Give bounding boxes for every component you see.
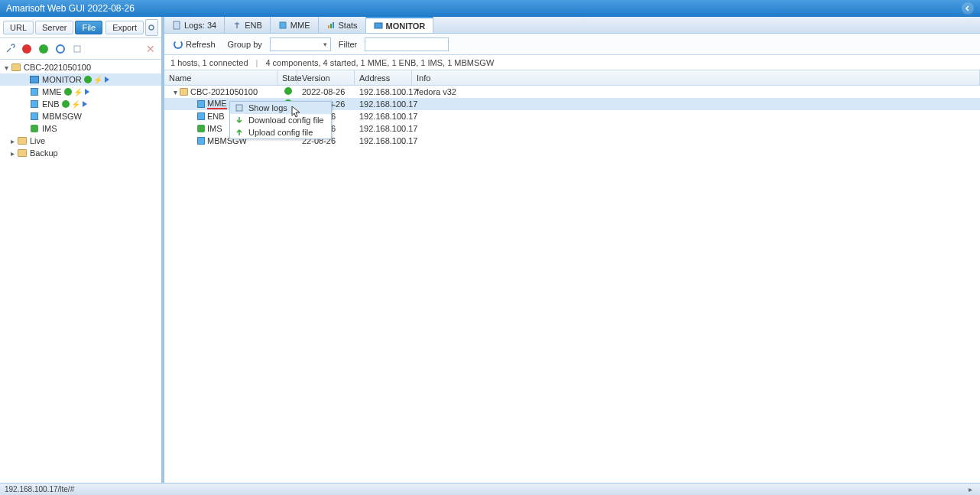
col-version[interactable]: Version: [297, 70, 355, 85]
tree-backup[interactable]: ▸ Backup: [0, 147, 161, 159]
bolt-icon: ⚡: [71, 100, 80, 109]
close-icon[interactable]: ✕: [143, 43, 158, 55]
wrench-icon[interactable]: [3, 42, 17, 56]
status-components: 4 components, 4 started, 1 MME, 1 ENB, 1…: [265, 58, 494, 67]
col-info[interactable]: Info: [412, 70, 980, 85]
row-address: 192.168.100.17: [355, 112, 412, 121]
groupby-label: Group by: [228, 40, 262, 49]
tab-bar: Logs: 34 ENB MME Stats MONITOR: [164, 17, 980, 34]
left-pane: URL Server File Export ✕ ▾: [0, 17, 164, 483]
chevron-down-icon[interactable]: ▾: [170, 88, 180, 96]
tab-monitor[interactable]: MONITOR: [366, 17, 434, 33]
start-icon[interactable]: [37, 42, 50, 56]
monitor-icon: [374, 21, 383, 31]
tree-live[interactable]: ▸ Live: [0, 135, 161, 147]
svg-rect-5: [330, 24, 332, 28]
download-icon: [235, 116, 244, 125]
config-icon[interactable]: [70, 42, 84, 56]
tab-stats-label: Stats: [339, 21, 358, 30]
phone-icon: [29, 124, 40, 133]
url-button[interactable]: URL: [3, 21, 34, 34]
chevron-right-icon[interactable]: ▸: [969, 485, 975, 493]
right-toolbar: Refresh Group by ▾ Filter: [164, 34, 980, 55]
svg-rect-6: [333, 22, 334, 28]
tree-backup-label: Backup: [30, 148, 58, 158]
monitor-icon: [29, 75, 40, 84]
svg-rect-1: [74, 46, 80, 52]
statusbar-text: 192.168.100.17/lte/#: [5, 485, 74, 493]
tab-mme[interactable]: MME: [271, 17, 319, 33]
tree-ims[interactable]: IMS: [0, 122, 161, 135]
tab-logs-label: Logs: 34: [184, 21, 216, 30]
ctx-download[interactable]: Download config file: [230, 114, 331, 126]
tree-enb[interactable]: ENB ⚡: [0, 98, 161, 110]
ctx-upload[interactable]: Upload config file: [230, 126, 331, 138]
groupby-combo[interactable]: ▾: [270, 37, 331, 51]
row-name-label: CBC-2021050100: [190, 87, 258, 96]
export-button[interactable]: Export: [105, 21, 144, 34]
refresh-all-icon[interactable]: [54, 42, 67, 56]
left-toolbar-1: URL Server File Export: [0, 17, 161, 38]
col-name[interactable]: Name: [164, 70, 277, 85]
stop-icon[interactable]: [20, 42, 34, 56]
logs-icon: [235, 103, 244, 112]
grid-header: Name State Version Address Info: [164, 70, 980, 86]
col-state[interactable]: State: [277, 70, 297, 85]
tree-mbmsgw-label: MBMSGW: [42, 112, 82, 121]
tab-stats[interactable]: Stats: [319, 17, 366, 33]
ctx-upload-label: Upload config file: [248, 128, 313, 137]
refresh-icon: [174, 40, 183, 49]
row-name-label: IMS: [207, 124, 222, 133]
tab-monitor-label: MONITOR: [386, 21, 426, 31]
ctx-show-logs[interactable]: Show logs: [230, 102, 331, 114]
tab-enb-label: ENB: [245, 21, 262, 30]
svg-rect-8: [236, 105, 242, 111]
status-ok-icon: [284, 87, 292, 95]
phone-icon: [196, 125, 205, 133]
chevron-down-icon: ▾: [323, 41, 327, 48]
server-button[interactable]: Server: [35, 21, 73, 34]
refresh-button[interactable]: Refresh: [169, 38, 220, 50]
tab-enb[interactable]: ENB: [225, 17, 271, 33]
filter-input[interactable]: [365, 37, 449, 51]
separator: |: [256, 58, 258, 67]
bolt-icon: ⚡: [93, 76, 102, 84]
status-ok-icon: [62, 100, 70, 108]
tree-mme[interactable]: MME ⚡: [0, 86, 161, 98]
chevron-right-icon[interactable]: ▸: [8, 137, 17, 145]
context-menu: Show logs Download config file Upload co…: [229, 101, 332, 139]
row-version: 2022-08-26: [297, 87, 355, 96]
refresh-label: Refresh: [186, 40, 216, 49]
col-address[interactable]: Address: [355, 70, 412, 85]
collapse-icon[interactable]: [962, 2, 974, 15]
status-hosts: 1 hosts, 1 connected: [170, 58, 248, 67]
filter-label: Filter: [339, 40, 357, 49]
bolt-icon: ⚡: [73, 88, 83, 96]
settings-icon[interactable]: [145, 19, 158, 36]
svg-rect-7: [375, 23, 382, 28]
row-address: 192.168.100.17: [355, 87, 412, 96]
folder-icon: [17, 148, 28, 158]
tree-ims-label: IMS: [42, 124, 57, 133]
comp-icon: [29, 87, 40, 96]
row-address: 192.168.100.17: [355, 124, 412, 133]
tree-mbmsgw[interactable]: MBMSGW: [0, 110, 161, 122]
tab-mme-label: MME: [290, 21, 310, 30]
table-row[interactable]: ▾CBC-20210501002022-08-26192.168.100.17f…: [164, 86, 980, 98]
tree-root[interactable]: ▾ CBC-2021050100: [0, 61, 161, 73]
chevron-right-icon[interactable]: ▸: [8, 149, 17, 158]
svg-rect-3: [280, 22, 286, 28]
file-button[interactable]: File: [75, 21, 102, 34]
tree-live-label: Live: [30, 136, 45, 145]
tree-monitor[interactable]: MONITOR ⚡: [0, 73, 161, 86]
right-pane: Logs: 34 ENB MME Stats MONITOR: [164, 17, 980, 483]
grid-body: ▾CBC-20210501002022-08-26192.168.100.17f…: [164, 86, 980, 483]
tab-logs[interactable]: Logs: 34: [164, 17, 225, 33]
chevron-down-icon[interactable]: ▾: [2, 64, 11, 72]
antenna-icon: [232, 21, 242, 30]
comp-icon: [29, 99, 40, 109]
upload-icon: [235, 128, 244, 137]
left-toolbar-2: ✕: [0, 38, 161, 60]
status-ok-icon: [84, 76, 92, 83]
tree-root-label: CBC-2021050100: [24, 63, 91, 72]
